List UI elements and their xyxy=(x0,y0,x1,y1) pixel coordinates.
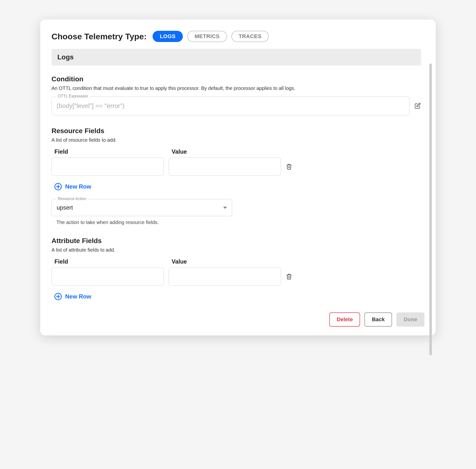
attribute-value-input[interactable] xyxy=(169,268,281,285)
resource-action-value: upsert xyxy=(57,204,73,211)
tab-metrics[interactable]: METRICS xyxy=(187,31,227,42)
attribute-field-input[interactable] xyxy=(51,268,164,285)
telemetry-type-tabs: LOGS METRICS TRACES xyxy=(153,31,269,42)
plus-icon xyxy=(54,293,62,300)
scrollbar[interactable] xyxy=(429,64,432,355)
resource-field-input[interactable] xyxy=(51,158,164,176)
attribute-field-row xyxy=(51,268,421,285)
header-title: Choose Telemetry Type: xyxy=(51,32,147,41)
back-button[interactable]: Back xyxy=(365,312,392,327)
attribute-fields-description: A list of attribute fields to add. xyxy=(51,247,421,253)
tab-logs[interactable]: LOGS xyxy=(153,31,183,42)
section-header-logs: Logs xyxy=(51,49,421,66)
resource-action-help: The action to take when adding resource … xyxy=(56,220,421,225)
trash-icon[interactable] xyxy=(286,163,292,170)
resource-value-input[interactable] xyxy=(169,158,281,176)
resource-new-row-button[interactable]: New Row xyxy=(51,181,94,192)
trash-icon[interactable] xyxy=(286,273,292,280)
resource-action-dropdown[interactable]: upsert xyxy=(51,199,232,216)
edit-icon[interactable] xyxy=(414,102,421,109)
new-row-label: New Row xyxy=(65,293,91,300)
attribute-field-header: Field xyxy=(54,258,167,265)
ottl-field-label: OTTL Expression xyxy=(56,94,90,99)
resource-fields-description: A list of resource fields to add. xyxy=(51,137,421,143)
done-button[interactable]: Done xyxy=(397,312,425,327)
resource-field-row xyxy=(51,158,421,176)
plus-icon xyxy=(54,183,62,190)
resource-fields-title: Resource Fields xyxy=(51,127,421,135)
delete-button[interactable]: Delete xyxy=(329,312,360,327)
attribute-new-row-button[interactable]: New Row xyxy=(51,291,94,302)
ottl-expression-field: OTTL Expression xyxy=(51,97,409,115)
processor-config-dialog: Choose Telemetry Type: LOGS METRICS TRAC… xyxy=(40,19,436,335)
condition-title: Condition xyxy=(51,75,421,83)
content-area: Logs Condition An OTTL condition that mu… xyxy=(40,49,436,302)
resource-action-select: Resource Action upsert xyxy=(51,199,232,216)
chevron-down-icon xyxy=(223,207,227,209)
attribute-value-header: Value xyxy=(172,258,284,265)
attribute-fields-title: Attribute Fields xyxy=(51,237,421,245)
tab-traces[interactable]: TRACES xyxy=(231,31,269,42)
condition-description: An OTTL condition that must evaluate to … xyxy=(51,85,421,91)
header: Choose Telemetry Type: LOGS METRICS TRAC… xyxy=(40,31,436,49)
resource-action-label: Resource Action xyxy=(56,197,88,201)
condition-section: Condition An OTTL condition that must ev… xyxy=(51,75,421,115)
new-row-label: New Row xyxy=(65,183,91,190)
attribute-fields-section: Attribute Fields A list of attribute fie… xyxy=(51,237,421,302)
ottl-expression-input[interactable] xyxy=(51,97,409,115)
resource-field-header: Field xyxy=(54,148,167,155)
dialog-footer: Delete Back Done xyxy=(40,305,436,327)
resource-value-header: Value xyxy=(172,148,284,155)
resource-fields-section: Resource Fields A list of resource field… xyxy=(51,127,421,225)
